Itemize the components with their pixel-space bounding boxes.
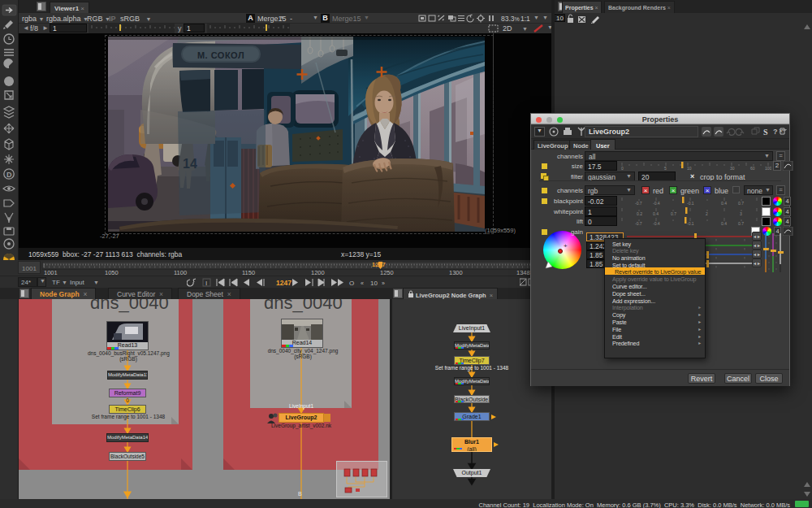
svg-text:1250: 1250 <box>380 269 394 275</box>
svg-text:1100: 1100 <box>174 269 187 275</box>
svg-text:60: 60 <box>750 166 755 171</box>
svg-text:0.4: 0.4 <box>721 201 727 206</box>
svg-text:0.7: 0.7 <box>738 221 744 226</box>
svg-text:«: « <box>361 280 364 286</box>
svg-text:»: » <box>382 280 385 286</box>
svg-text:1050: 1050 <box>105 269 119 275</box>
svg-text:-0.7: -0.7 <box>635 201 642 206</box>
svg-text:-0.1: -0.1 <box>687 201 694 206</box>
svg-text:O: O <box>349 280 354 287</box>
svg-text:0.4: 0.4 <box>721 221 727 226</box>
svg-text:10: 10 <box>687 166 692 171</box>
svg-text:1300: 1300 <box>449 269 463 275</box>
svg-text:1001: 1001 <box>44 269 58 275</box>
svg-text:1200: 1200 <box>311 269 325 275</box>
svg-text:-0.4: -0.4 <box>653 221 660 226</box>
svg-text:0: 0 <box>621 166 624 171</box>
svg-text:1247: 1247 <box>276 279 292 287</box>
svg-text:100: 100 <box>765 166 771 171</box>
svg-text:0.7: 0.7 <box>738 201 744 206</box>
svg-text:10: 10 <box>370 280 378 287</box>
svg-text:I: I <box>205 280 207 287</box>
svg-text:1348: 1348 <box>516 269 530 275</box>
svg-text:-0.1: -0.1 <box>687 221 694 226</box>
svg-text:S: S <box>763 128 768 137</box>
svg-text:-0.4: -0.4 <box>653 201 660 206</box>
svg-text:-0.7: -0.7 <box>635 221 642 226</box>
svg-text:B: B <box>298 491 302 497</box>
svg-text:5: 5 <box>664 166 667 171</box>
svg-text:?: ? <box>773 128 778 136</box>
svg-text:30: 30 <box>730 166 735 171</box>
svg-text:D: D <box>6 171 12 179</box>
svg-text:1150: 1150 <box>242 269 255 275</box>
